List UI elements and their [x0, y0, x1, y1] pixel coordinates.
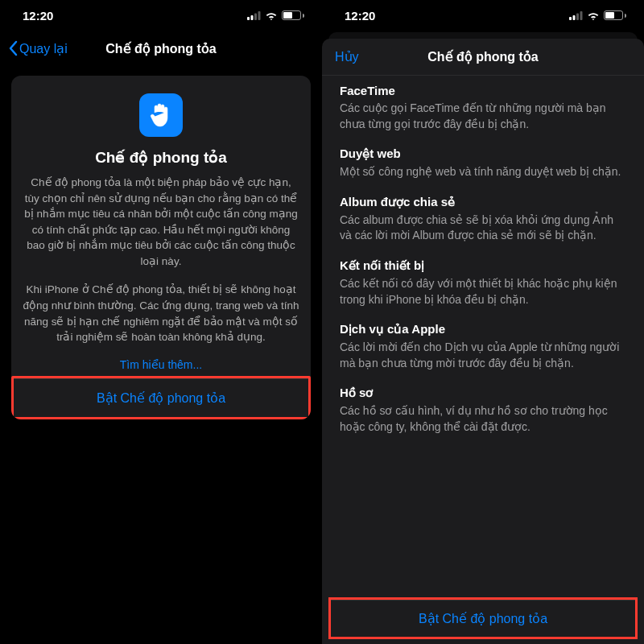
highlight-annotation: Bật Chế độ phong tỏa	[328, 597, 638, 639]
section-title: Dịch vụ của Apple	[340, 322, 626, 336]
section-title: Album được chia sẻ	[340, 195, 626, 209]
nav-title: Chế độ phong tỏa	[105, 41, 217, 56]
section-title: Kết nối thiết bị	[340, 258, 626, 273]
enable-lockdown-button[interactable]: Bật Chế độ phong tỏa	[331, 600, 635, 637]
wifi-icon	[265, 11, 278, 20]
nav-bar: Quay lại Chế độ phong tỏa	[0, 31, 322, 66]
section-text: Một số công nghệ web và tính năng duyệt …	[340, 164, 626, 180]
section-profiles: Hồ sơ Các hồ sơ cấu hình, ví dụ như hồ s…	[340, 386, 626, 435]
section-text: Các kết nối có dây với một thiết bị khác…	[340, 276, 626, 308]
lockdown-card: Chế độ phong tỏa Chế độ phong tỏa là một…	[11, 76, 311, 419]
chevron-left-icon	[8, 40, 18, 56]
cancel-button[interactable]: Hủy	[335, 49, 359, 64]
section-text: Các lời mời đến cho Dịch vụ của Apple từ…	[340, 340, 626, 371]
learn-more-link[interactable]: Tìm hiểu thêm...	[23, 358, 299, 371]
svg-rect-1	[251, 15, 254, 20]
phone-screen-left: 12:20 48 Quay lại Chế độ phong tỏa Chế	[0, 0, 322, 644]
card-title: Chế độ phong tỏa	[23, 148, 299, 167]
svg-rect-2	[254, 13, 257, 20]
modal-content[interactable]: FaceTime Các cuộc gọi FaceTime đến từ nh…	[322, 76, 644, 597]
phone-screen-right: 12:20 48 Hủy Chế độ phong tỏa FaceTime C…	[322, 0, 644, 644]
section-title: FaceTime	[340, 84, 626, 97]
svg-rect-5	[573, 15, 576, 20]
status-indicators: 48	[247, 10, 304, 20]
battery-indicator: 48	[604, 10, 626, 20]
section-title: Duyệt web	[340, 147, 626, 161]
battery-percent: 48	[605, 11, 622, 19]
back-button[interactable]: Quay lại	[8, 40, 68, 56]
section-web: Duyệt web Một số công nghệ web và tính n…	[340, 147, 626, 180]
section-facetime: FaceTime Các cuộc gọi FaceTime đến từ nh…	[340, 84, 626, 132]
modal-header: Hủy Chế độ phong tỏa	[322, 39, 644, 76]
section-title: Hồ sơ	[340, 386, 626, 400]
section-text: Các album được chia sẻ sẽ bị xóa khỏi ứn…	[340, 213, 626, 244]
svg-rect-4	[569, 17, 572, 20]
battery-percent: 48	[283, 11, 300, 19]
status-time: 12:20	[345, 9, 375, 23]
section-device-connections: Kết nối thiết bị Các kết nối có dây với …	[340, 258, 626, 308]
svg-rect-0	[247, 17, 250, 20]
svg-rect-6	[576, 13, 579, 20]
modal-title: Chế độ phong tỏa	[427, 49, 539, 64]
back-label: Quay lại	[19, 41, 68, 56]
svg-rect-7	[580, 11, 583, 20]
wifi-icon	[587, 11, 600, 20]
modal-sheet: Hủy Chế độ phong tỏa FaceTime Các cuộc g…	[322, 39, 644, 644]
highlight-annotation: Bật Chế độ phong tỏa	[11, 376, 311, 419]
section-text: Các cuộc gọi FaceTime đến từ những người…	[340, 101, 626, 132]
status-bar: 12:20 48	[0, 0, 322, 31]
cellular-icon	[569, 11, 583, 20]
enable-lockdown-button[interactable]: Bật Chế độ phong tỏa	[14, 378, 308, 417]
card-paragraph-2: Khi iPhone ở Chế độ phong tỏa, thiết bị …	[23, 282, 299, 345]
status-indicators: 48	[569, 10, 626, 20]
battery-indicator: 48	[282, 10, 304, 20]
card-paragraph-1: Chế độ phong tỏa là một biện pháp bảo vệ…	[23, 175, 299, 269]
cellular-icon	[247, 11, 261, 20]
hand-icon	[139, 93, 183, 137]
status-bar: 12:20 48	[322, 0, 644, 31]
section-apple-services: Dịch vụ của Apple Các lời mời đến cho Dị…	[340, 322, 626, 371]
section-text: Các hồ sơ cấu hình, ví dụ như hồ sơ cho …	[340, 403, 626, 435]
status-time: 12:20	[23, 9, 53, 23]
svg-rect-3	[258, 11, 261, 20]
section-shared-albums: Album được chia sẻ Các album được chia s…	[340, 195, 626, 244]
